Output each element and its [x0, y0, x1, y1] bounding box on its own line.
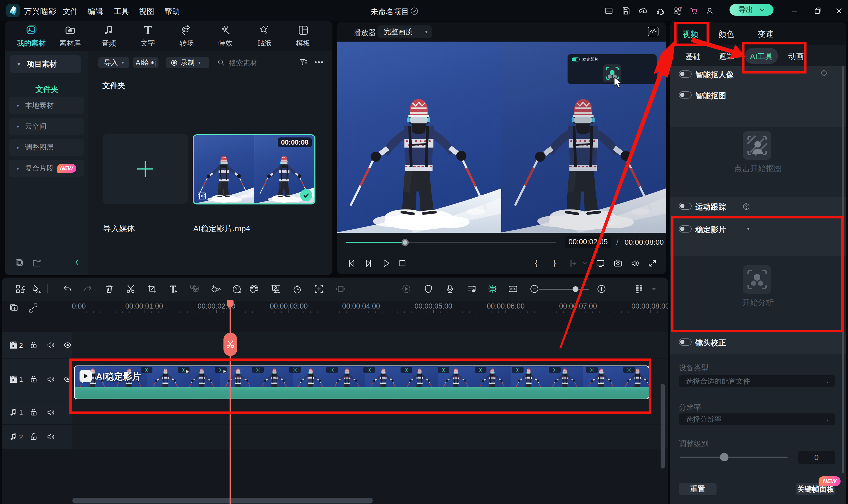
mute-track-icon[interactable] — [47, 432, 56, 441]
mute-track-icon[interactable] — [47, 408, 56, 417]
video-clip-tile[interactable]: 00:00:08 — [193, 134, 315, 204]
scissors-icon[interactable] — [126, 284, 136, 294]
stabilize-mini-toggle[interactable] — [572, 57, 580, 61]
help-icon[interactable] — [742, 203, 750, 211]
render-preview-icon[interactable] — [401, 284, 411, 294]
folder-item-3[interactable]: ▸调整图层 — [9, 139, 84, 156]
ai-paint-button[interactable]: AI绘画 — [133, 57, 158, 68]
timeline-vscrollbar[interactable] — [661, 384, 665, 469]
expand-caret-icon[interactable]: ▸ — [17, 102, 19, 108]
apps-grid-icon[interactable] — [673, 6, 682, 15]
timeline-zoom-handle[interactable] — [573, 286, 578, 292]
split-scissors-button[interactable] — [223, 332, 237, 356]
cutout-placeholder-icon[interactable] — [742, 130, 772, 160]
user-icon[interactable] — [705, 6, 714, 15]
keyframe-diamond-icon[interactable] — [820, 69, 828, 77]
import-button[interactable]: 导入 ▾ — [98, 57, 129, 68]
resolution-dropdown[interactable]: 选择分辨率 ⌄ — [679, 413, 835, 425]
cloud-upload-icon[interactable] — [638, 6, 647, 15]
save-icon[interactable] — [621, 6, 630, 15]
keyframe-icon[interactable] — [210, 284, 221, 294]
palette-icon[interactable] — [249, 284, 259, 294]
chevron-down-icon[interactable] — [580, 258, 590, 268]
headset-icon[interactable] — [656, 6, 665, 15]
progress-track[interactable] — [346, 242, 556, 243]
lock-track-icon[interactable] — [29, 408, 38, 417]
panel-tab-1[interactable]: 视频 — [682, 29, 698, 40]
quality-dropdown[interactable]: 完整画质 ▾ — [378, 25, 432, 38]
undo-icon[interactable] — [62, 284, 72, 294]
expand-caret-icon[interactable]: ▸ — [17, 165, 19, 172]
pip-icon[interactable] — [271, 284, 281, 294]
expand-caret-icon[interactable]: ▸ — [17, 144, 19, 150]
lock-track-icon[interactable] — [29, 341, 38, 349]
playhead-line[interactable] — [229, 301, 231, 504]
timeline-hscrollbar[interactable] — [72, 498, 373, 503]
more-options-icon[interactable] — [313, 59, 325, 65]
smart-portrait-toggle[interactable] — [679, 70, 692, 77]
marker-icon[interactable] — [423, 284, 433, 294]
reframe-icon[interactable] — [335, 284, 346, 294]
folder-item-1[interactable]: ▸本地素材 — [9, 97, 84, 114]
progress-handle[interactable] — [402, 239, 409, 246]
add-track-icon[interactable] — [9, 303, 19, 312]
lock-track-icon[interactable] — [29, 432, 38, 441]
project-bin-header[interactable]: ▾ 项目素材 — [10, 55, 81, 73]
next-frame-icon[interactable] — [364, 258, 374, 268]
filter-icon[interactable] — [299, 58, 308, 67]
adjust-level-handle[interactable] — [720, 453, 728, 461]
collapse-sidebar-icon[interactable] — [73, 258, 82, 267]
lock-track-icon[interactable] — [29, 375, 38, 384]
timeline-clip[interactable]: AI稳定影片 — [73, 365, 650, 400]
mute-track-icon[interactable] — [47, 341, 56, 349]
smart-cutout-toggle[interactable] — [679, 91, 692, 98]
select-tool-icon[interactable] — [32, 284, 41, 294]
subtab-3[interactable]: AI工具 — [750, 51, 773, 62]
subtab-2[interactable]: 遮罩 — [719, 51, 734, 62]
unlink-icon[interactable] — [29, 304, 38, 312]
track-target-icon[interactable] — [314, 284, 324, 294]
play-icon[interactable] — [381, 258, 391, 268]
minimize-button[interactable] — [790, 6, 799, 15]
subtab-1[interactable]: 基础 — [686, 51, 701, 62]
mark-in-icon[interactable]: { — [532, 258, 541, 268]
analyze-placeholder-icon[interactable] — [742, 265, 772, 294]
stop-icon[interactable] — [398, 258, 407, 268]
media-tab-text[interactable]: 文字 — [128, 25, 167, 48]
track-height-icon[interactable] — [634, 284, 644, 294]
mute-track-icon[interactable] — [47, 375, 56, 384]
record-button[interactable]: 录制 ▾ — [166, 57, 209, 68]
folder-item-4[interactable]: ▸复合片段NEW — [9, 160, 84, 177]
panel-tab-3[interactable]: 变速 — [758, 29, 774, 40]
redo-icon[interactable] — [83, 284, 93, 294]
zoom-out-icon[interactable] — [530, 284, 539, 294]
insert-icon[interactable] — [568, 258, 577, 268]
playhead-marker[interactable] — [227, 300, 233, 305]
panel-layout-icon[interactable] — [604, 6, 613, 15]
mark-out-icon[interactable]: } — [550, 258, 559, 268]
expand-caret-icon[interactable]: ▸ — [17, 123, 19, 129]
menu-item-2[interactable]: 编辑 — [87, 6, 103, 17]
hide-track-icon[interactable] — [63, 375, 72, 384]
media-tab-effects[interactable]: 特效 — [206, 25, 245, 48]
speech-to-text-icon[interactable]: T — [190, 284, 200, 294]
timeline-zoom-slider[interactable] — [539, 289, 589, 290]
crop-icon[interactable] — [147, 284, 157, 294]
scopes-icon[interactable] — [647, 26, 659, 37]
magnetic-timeline-icon[interactable] — [488, 284, 498, 294]
properties-scrollbar[interactable] — [842, 66, 844, 473]
menu-item-5[interactable]: 帮助 — [165, 6, 180, 17]
folder-item-2[interactable]: ▸云空间 — [9, 118, 84, 134]
speaker-icon[interactable] — [630, 258, 640, 268]
monitor-icon[interactable] — [596, 258, 605, 268]
media-tab-audio[interactable]: 音频 — [90, 25, 128, 48]
zoom-in-icon[interactable] — [596, 284, 606, 294]
media-tab-transition[interactable]: 转场 — [167, 25, 206, 48]
subtab-4[interactable]: 动画 — [789, 51, 804, 62]
search-input[interactable]: 搜索素材 — [229, 58, 257, 68]
export-button[interactable]: 导出 — [729, 4, 774, 16]
fullscreen-icon[interactable] — [648, 258, 657, 268]
panel-tab-2[interactable]: 颜色 — [719, 29, 734, 40]
snapshot-icon[interactable] — [613, 258, 623, 268]
stabilize-caret-icon[interactable]: ▾ — [747, 226, 750, 232]
